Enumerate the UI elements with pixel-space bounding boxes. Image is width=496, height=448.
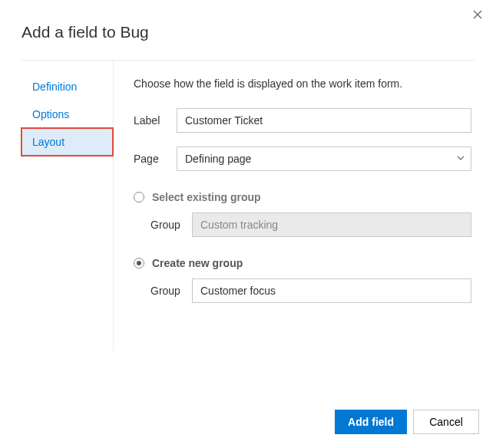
radio-create-label: Create new group bbox=[152, 257, 243, 269]
page-select-value: Defining page bbox=[185, 153, 251, 165]
existing-group-field-label: Group bbox=[150, 219, 192, 231]
page-row: Page Defining page bbox=[134, 147, 471, 171]
label-field-label: Label bbox=[134, 114, 177, 127]
tab-label: Definition bbox=[32, 81, 77, 93]
close-button[interactable] bbox=[468, 6, 487, 25]
radio-icon bbox=[134, 258, 144, 268]
create-group-row: Group bbox=[150, 278, 471, 303]
radio-create-group[interactable]: Create new group bbox=[134, 257, 471, 269]
page-select[interactable]: Defining page bbox=[177, 147, 471, 171]
dialog-footer: Add field Cancel bbox=[335, 410, 479, 434]
tab-list: Definition Options Layout bbox=[21, 61, 114, 351]
tab-label: Layout bbox=[32, 136, 64, 148]
close-icon bbox=[473, 9, 482, 21]
group-section: Select existing group Group Create new g… bbox=[134, 191, 471, 303]
label-input[interactable] bbox=[177, 108, 471, 133]
label-row: Label bbox=[134, 108, 471, 133]
tab-definition[interactable]: Definition bbox=[21, 73, 113, 100]
add-field-dialog: Add a field to Bug Definition Options La… bbox=[0, 0, 496, 448]
radio-icon bbox=[134, 192, 144, 203]
existing-group-row: Group bbox=[150, 212, 471, 237]
dialog-body: Definition Options Layout Choose how the… bbox=[21, 60, 475, 351]
create-group-input[interactable] bbox=[192, 278, 471, 303]
radio-existing-label: Select existing group bbox=[152, 191, 261, 203]
add-field-button[interactable]: Add field bbox=[335, 410, 407, 434]
radio-existing-group[interactable]: Select existing group bbox=[134, 191, 471, 203]
page-field-label: Page bbox=[134, 153, 177, 165]
existing-group-input bbox=[192, 212, 471, 237]
layout-description: Choose how the field is displayed on the… bbox=[134, 77, 471, 90]
tab-label: Options bbox=[32, 108, 69, 120]
dialog-title: Add a field to Bug bbox=[0, 0, 496, 60]
cancel-button[interactable]: Cancel bbox=[413, 410, 479, 434]
tab-content: Choose how the field is displayed on the… bbox=[114, 61, 475, 351]
create-group-field-label: Group bbox=[150, 285, 192, 297]
tab-options[interactable]: Options bbox=[21, 100, 113, 128]
tab-layout[interactable]: Layout bbox=[21, 128, 113, 156]
